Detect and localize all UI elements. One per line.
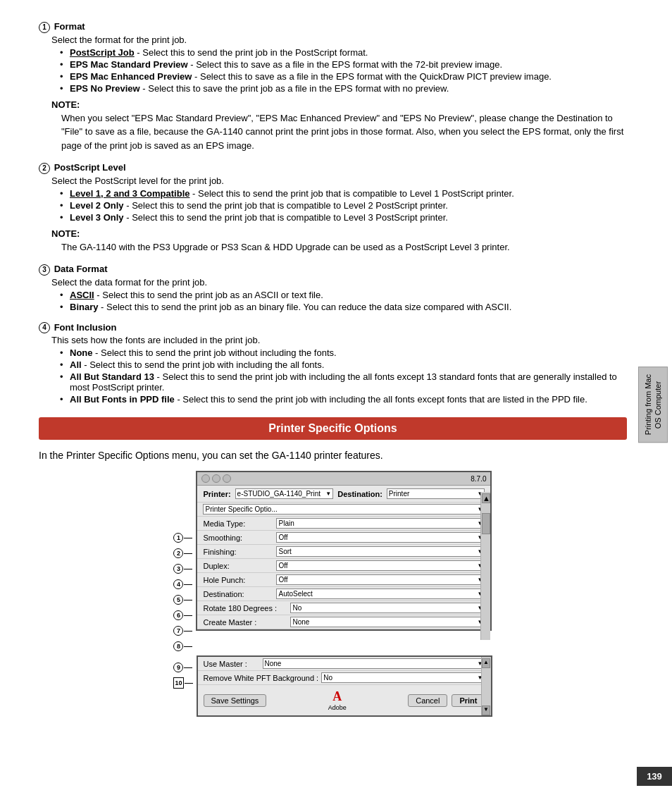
printer-specific-header: Printer Specific Options (39, 417, 627, 440)
format-b2-bold: EPS Mac Standard Preview (70, 59, 188, 70)
callout-2: 2 (173, 546, 193, 561)
format-b4-bold: EPS No Preview (70, 83, 140, 94)
spacer (173, 493, 193, 530)
callout-line-2 (184, 553, 192, 554)
callout-circle-8: 8 (173, 641, 183, 651)
callout-circle-5: 5 (173, 595, 183, 605)
menu-label: Printer Specific Optio... (205, 505, 277, 513)
df-bullet-2: Binary - Select this to send the print j… (60, 302, 627, 312)
df-bullet-list: ASCII - Select this to send the print jo… (60, 290, 627, 312)
callout-circle-3: 3 (173, 564, 183, 574)
section-title-ps: PostScript Level (54, 162, 126, 173)
row6-value: AutoSelect (278, 590, 312, 598)
dialog-max-btn[interactable] (223, 474, 231, 483)
destination-select[interactable]: Printer ▼ (387, 488, 485, 499)
font-bullet-4: All But Fonts in PPD file - Select this … (60, 394, 627, 405)
adobe-icon: A (332, 689, 342, 703)
printer-label: Printer: (203, 490, 230, 498)
font-bullet-1: None - Select this to send the print job… (60, 347, 627, 358)
menu-select[interactable]: Printer Specific Optio... ▼ (203, 504, 485, 515)
row7-value: No (292, 604, 301, 612)
ps-bullet-1: Level 1, 2 and 3 Compatible - Select thi… (60, 188, 627, 199)
callout-4: 4 (173, 577, 193, 592)
dialog-top-section: 1 2 3 4 (173, 471, 492, 654)
row5-value: Off (278, 576, 287, 584)
row9-select[interactable]: None ▼ (263, 658, 485, 669)
dialog-bottom-section: 9 10 Use Master : None (173, 657, 492, 717)
format-bullet-4: EPS No Preview - Select this to save the… (60, 83, 627, 94)
ps-bullet-2: Level 2 Only - Select this to send the p… (60, 200, 627, 211)
row5-select[interactable]: Off ▼ (276, 574, 485, 585)
format-note-title: NOTE: (51, 99, 627, 110)
print-button[interactable]: Print (452, 694, 485, 707)
row6-select[interactable]: AutoSelect ▼ (276, 589, 485, 599)
row4-select[interactable]: Off ▼ (276, 560, 485, 571)
dialog-close-btn[interactable] (201, 474, 210, 483)
dialog-controls (201, 474, 231, 483)
row4-label: Duplex: (203, 562, 273, 570)
ps-note-body: The GA-1140 with the PS3 Upgrade or PS3 … (61, 240, 627, 254)
dialog-container: 1 2 3 4 (39, 471, 627, 717)
row8-select[interactable]: None ▼ (290, 617, 485, 627)
scrollbar-up[interactable]: ▲ (482, 493, 490, 503)
destination-value: Printer (389, 490, 409, 498)
ps-bullet-3: Level 3 Only - Select this to send the p… (60, 212, 627, 223)
dialog-box-top: 8.7.0 Printer: e-STUDIO_GA-1140_Print ▼ … (196, 471, 492, 631)
dialog-with-callouts: 1 2 3 4 (173, 471, 492, 717)
printer-select-arrow: ▼ (325, 491, 331, 497)
section-font: 4 Font Inclusion This sets how the fonts… (39, 322, 627, 405)
section-title-format: Format (54, 21, 85, 32)
format-b3-bold: EPS Mac Enhanced Preview (70, 71, 192, 82)
callout-line-9 (184, 667, 192, 668)
row10-select[interactable]: No ▼ (321, 672, 485, 683)
dialog-printer-row: Printer: e-STUDIO_GA-1140_Print ▼ Destin… (197, 486, 490, 503)
row1-value: Plain (278, 519, 294, 527)
scrollbar-thumb[interactable] (482, 513, 490, 534)
format-bullet-2: EPS Mac Standard Preview - Select this t… (60, 59, 627, 70)
dialog-box-bottom: Use Master : None ▼ Remove White PFT Bac… (197, 655, 492, 717)
callout-line-6 (184, 615, 192, 616)
row3-value: Sort (278, 548, 291, 555)
df-b1-rest: - Select this to send the print job as a… (94, 290, 323, 300)
dialog-scrollbar[interactable]: ▲ (480, 492, 490, 640)
callout-9: 9 (173, 660, 193, 675)
format-note: NOTE: When you select "EPS Mac Standard … (51, 99, 627, 153)
scrollbar-bottom-up[interactable]: ▲ (482, 658, 490, 668)
ps-bullet-list: Level 1, 2 and 3 Compatible - Select thi… (60, 188, 627, 223)
format-b3-rest: - Select this to save as a file in the E… (192, 71, 552, 82)
row7-select[interactable]: No ▼ (290, 603, 485, 613)
dialog-bottom-scrollbar[interactable]: ▲ ▼ (481, 657, 491, 715)
callout-10: 10 (173, 675, 193, 691)
ps-b3-bold: Level 3 Only (70, 212, 124, 223)
font-b4-rest: - Select this to send the print job with… (175, 394, 587, 405)
format-note-body: When you select "EPS Mac Standard Previe… (61, 111, 627, 153)
format-bullet-3: EPS Mac Enhanced Preview - Select this t… (60, 71, 627, 82)
ps-note-title: NOTE: (51, 228, 627, 239)
font-b3-bold: All But Standard 13 (70, 371, 154, 382)
row2-select[interactable]: Off ▼ (276, 532, 485, 543)
dialog-min-btn[interactable] (212, 474, 220, 483)
dialog-row-1: Media Type: Plain ▼ (197, 517, 490, 531)
section-subtitle-format: Select the format for the print job. (51, 35, 627, 45)
callout-nums-bottom: 9 10 (173, 657, 196, 691)
callout-circle-7: 7 (173, 626, 183, 636)
callout-line-3 (184, 569, 192, 569)
section-num-2: 2 (39, 163, 50, 174)
row5-label: Hole Punch: (203, 576, 273, 584)
font-bullet-2: All - Select this to send the print job … (60, 359, 627, 370)
printer-specific-intro: In the Printer Specific Options menu, yo… (39, 450, 627, 461)
dialog-row-8: Create Master : None ▼ (197, 615, 490, 629)
row1-select[interactable]: Plain ▼ (276, 518, 485, 529)
row8-label: Create Master : (203, 618, 287, 627)
page-number: 139 (637, 767, 672, 786)
scrollbar-bottom-down[interactable]: ▼ (482, 706, 490, 715)
section-data-format: 3 Data Format Select the data format for… (39, 264, 627, 312)
cancel-button[interactable]: Cancel (408, 694, 447, 707)
side-tab-line1: Printing from Mac (644, 374, 652, 435)
row3-select[interactable]: Sort ▼ (276, 546, 485, 557)
callout-6: 6 (173, 608, 193, 623)
save-settings-button[interactable]: Save Settings (204, 694, 267, 707)
callout-1: 1 (173, 530, 193, 546)
printer-select[interactable]: e-STUDIO_GA-1140_Print ▼ (235, 488, 334, 499)
ps-b1-bold: Level 1, 2 and 3 Compatible (70, 188, 190, 199)
